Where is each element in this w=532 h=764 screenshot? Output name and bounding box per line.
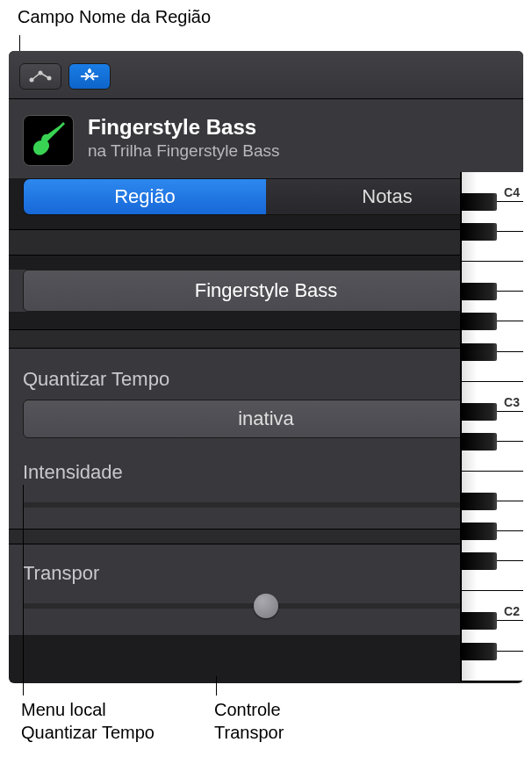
octave-label: C4 (504, 185, 520, 199)
header-text: Fingerstyle Bass na Trilha Fingerstyle B… (88, 115, 509, 161)
callout-region-name-label: Campo Nome da Região (18, 7, 211, 27)
section-divider (9, 529, 523, 544)
callout-text: Quantizar Tempo (21, 721, 155, 744)
transpose-row: Transpor 0 (23, 559, 509, 586)
bass-guitar-icon (28, 120, 68, 161)
region-title: Fingerstyle Bass (88, 115, 509, 140)
region-name-field[interactable]: Fingerstyle Bass (23, 270, 509, 312)
automation-tool-button[interactable] (19, 63, 61, 90)
callout-line (216, 676, 217, 696)
region-header: Fingerstyle Bass na Trilha Fingerstyle B… (9, 99, 523, 178)
region-subtitle: na Trilha Fingerstyle Bass (88, 141, 509, 161)
intensity-row: Intensidade 100 (23, 458, 509, 485)
transpose-label: Transpor (23, 562, 99, 585)
quantize-value: inativa (238, 407, 294, 430)
inspector-panel: Fingerstyle Bass na Trilha Fingerstyle B… (9, 51, 523, 683)
catch-playhead-icon (79, 68, 100, 84)
catch-playhead-button[interactable] (68, 63, 111, 90)
svg-point-3 (88, 69, 91, 73)
callout-quantize-menu: Menu local Quantizar Tempo (21, 698, 155, 744)
callout-line (23, 485, 24, 696)
quantize-time-dropdown[interactable]: inativa (23, 400, 509, 438)
quantize-label: Quantizar Tempo (23, 368, 509, 391)
transpose-slider[interactable] (23, 603, 509, 609)
callout-text: Controle (214, 698, 284, 721)
tab-region[interactable]: Região (24, 179, 266, 214)
octave-label: C2 (504, 604, 520, 618)
top-toolbar (9, 51, 523, 99)
intensity-slider[interactable] (23, 502, 509, 508)
callout-transpose-control: Controle Transpor (214, 698, 284, 744)
octave-label: C3 (504, 395, 520, 409)
section-divider (9, 229, 523, 256)
quantize-block: Quantizar Tempo inativa Intensidade 100 (9, 349, 523, 529)
transpose-block: Transpor 0 (9, 544, 523, 635)
segmented-control: Região Notas (23, 178, 509, 215)
piano-ruler[interactable]: C4 C3 C2 (460, 172, 523, 681)
transpose-slider-thumb[interactable] (254, 594, 278, 618)
intensity-label: Intensidade (23, 461, 123, 484)
section-divider (9, 329, 523, 349)
instrument-icon (23, 115, 74, 166)
automation-icon (28, 69, 53, 83)
callout-text: Menu local (21, 698, 155, 721)
callout-text: Transpor (214, 721, 284, 744)
